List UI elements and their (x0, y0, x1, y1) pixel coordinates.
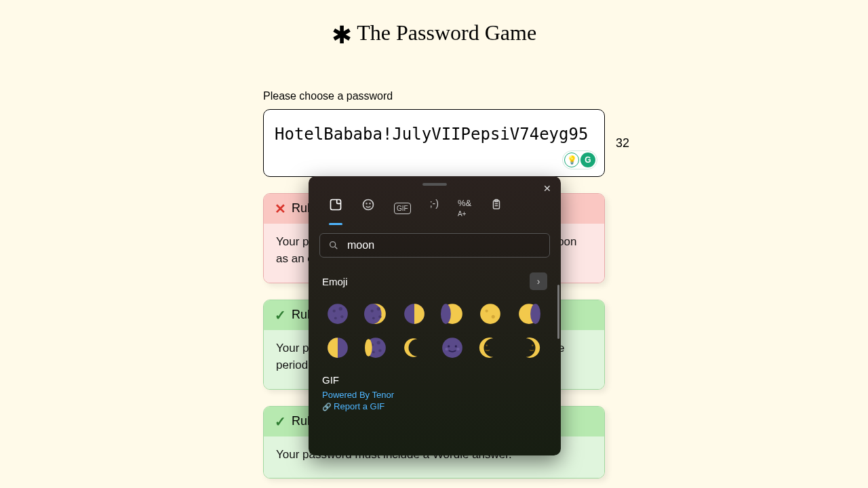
svg-point-10 (328, 304, 348, 324)
close-icon[interactable]: ✕ (543, 183, 551, 194)
report-gif-link[interactable]: Report a GIF (322, 401, 547, 411)
svg-point-18 (377, 307, 380, 310)
svg-point-25 (486, 310, 488, 312)
chevron-right-icon[interactable]: › (530, 272, 547, 290)
tab-clipboard[interactable] (490, 198, 502, 218)
svg-point-28 (530, 304, 540, 324)
grammarly-badges[interactable]: 💡 G (562, 150, 597, 169)
tab-symbols[interactable]: %&A+ (458, 198, 471, 218)
svg-point-20 (372, 317, 375, 319)
grammarly-icon[interactable]: G (580, 152, 595, 167)
emoji-waxing-crescent[interactable] (364, 302, 387, 325)
svg-point-2 (366, 203, 367, 204)
emoji-picker[interactable]: ✕ GIF ;-) %&A+ Emoji › GIF Powered By Te… (309, 176, 561, 455)
char-count: 32 (616, 136, 629, 150)
prompt-label: Please choose a password (263, 90, 605, 102)
svg-point-19 (379, 315, 382, 318)
svg-point-34 (372, 350, 375, 353)
svg-point-16 (364, 304, 382, 324)
password-input[interactable]: HotelBababa!JulyVIIPepsiV74eyg95 💡 G (263, 109, 605, 177)
tab-emoji[interactable] (361, 198, 375, 218)
svg-point-41 (486, 345, 488, 347)
check-icon: ✓ (275, 307, 286, 323)
svg-point-11 (333, 310, 336, 312)
tab-gif[interactable]: GIF (394, 203, 411, 214)
svg-point-17 (371, 310, 374, 312)
svg-line-9 (335, 247, 337, 249)
scrollbar[interactable] (557, 285, 559, 339)
svg-point-37 (448, 345, 450, 347)
svg-point-26 (492, 315, 495, 319)
svg-point-8 (330, 242, 336, 247)
emoji-new-moon-face[interactable] (441, 336, 464, 359)
emoji-waning-crescent[interactable] (364, 336, 387, 359)
svg-point-33 (379, 349, 382, 352)
emoji-waxing-gibbous[interactable] (441, 302, 464, 325)
emoji-first-quarter-face[interactable] (479, 336, 502, 359)
emoji-last-quarter-face[interactable] (517, 336, 540, 359)
svg-point-1 (363, 200, 374, 210)
svg-point-42 (532, 345, 534, 347)
page-title: ✱ The Password Game (0, 0, 868, 49)
emoji-new-moon[interactable] (326, 302, 349, 325)
gif-section-label: GIF (322, 374, 547, 386)
tab-sticker[interactable] (329, 198, 342, 218)
svg-point-39 (445, 348, 448, 350)
emoji-first-quarter[interactable] (403, 302, 426, 325)
emoji-full-moon[interactable] (479, 302, 502, 325)
svg-point-36 (442, 338, 462, 358)
emoji-last-quarter[interactable] (326, 336, 349, 359)
emoji-waning-gibbous[interactable] (517, 302, 540, 325)
svg-point-35 (365, 339, 372, 357)
asterisk-icon: ✱ (332, 22, 352, 49)
svg-point-40 (456, 348, 459, 350)
svg-rect-0 (331, 200, 341, 210)
svg-point-38 (455, 345, 457, 347)
svg-point-14 (334, 317, 337, 319)
svg-point-13 (340, 315, 343, 318)
svg-point-32 (377, 341, 380, 344)
check-icon: ✓ (275, 413, 286, 430)
emoji-crescent[interactable] (403, 336, 426, 359)
emoji-section-label: Emoji (322, 276, 348, 287)
svg-point-3 (370, 203, 370, 204)
x-icon: ✕ (275, 201, 286, 217)
search-input[interactable] (347, 239, 541, 251)
svg-point-23 (441, 304, 451, 324)
svg-point-12 (339, 307, 342, 310)
svg-point-24 (480, 304, 500, 324)
tab-kaomoji[interactable]: ;-) (430, 198, 439, 218)
powered-by-link[interactable]: Powered By Tenor (322, 390, 547, 400)
emoji-search[interactable] (319, 233, 550, 258)
suggestion-icon[interactable]: 💡 (564, 152, 579, 167)
search-icon (328, 240, 339, 251)
